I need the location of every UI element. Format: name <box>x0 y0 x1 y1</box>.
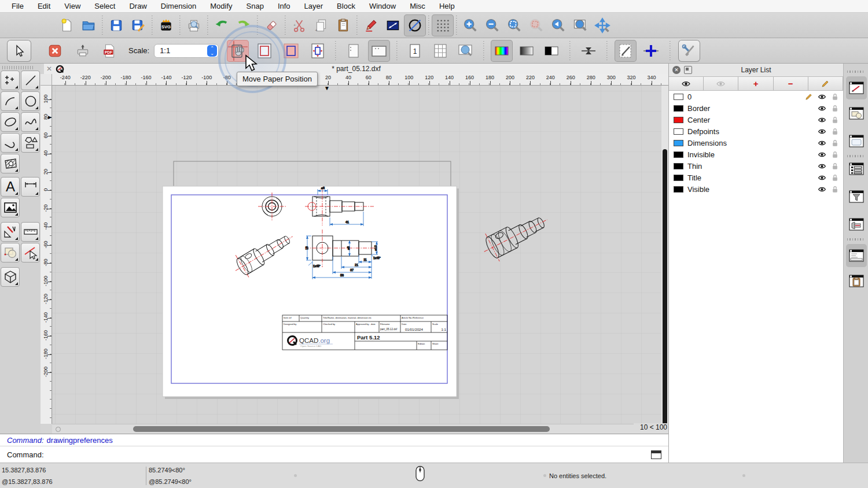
erase-button[interactable] <box>260 14 282 36</box>
zoom-out-button[interactable] <box>481 14 503 36</box>
circle-tool-button[interactable] <box>21 91 40 111</box>
polyline-tool-button[interactable] <box>1 133 20 153</box>
spline-tool-button[interactable] <box>21 112 40 132</box>
panel-dock-icon[interactable] <box>684 66 692 74</box>
zoom-to-page-button[interactable] <box>455 40 477 62</box>
paper-borders-button[interactable] <box>253 40 275 62</box>
block-list-panel-button[interactable] <box>848 105 865 121</box>
show-all-layers-button[interactable] <box>669 77 704 90</box>
selection-filter-panel-button[interactable] <box>848 188 865 205</box>
paste-button[interactable] <box>332 14 354 36</box>
auto-zoom-button[interactable] <box>503 14 525 36</box>
palette-drag-handle[interactable] <box>2 66 35 69</box>
save-as-button[interactable] <box>127 14 149 36</box>
draw-pencil-button[interactable] <box>360 14 382 36</box>
add-layer-button[interactable]: + <box>738 77 773 90</box>
zoom-in-button[interactable] <box>459 14 481 36</box>
black-white-button[interactable] <box>540 40 562 62</box>
library-browser-panel-button[interactable] <box>848 273 865 289</box>
print-button[interactable] <box>72 40 94 62</box>
scale-combobox[interactable]: 1:1 ⌃⌄ <box>154 44 219 58</box>
origin-point-button[interactable] <box>640 40 662 62</box>
solid-tool-button[interactable] <box>1 267 20 287</box>
paper-fit-button[interactable] <box>307 40 329 62</box>
tab-title[interactable]: * part_05.12.dxf <box>44 65 668 73</box>
point-tool-button[interactable] <box>1 71 20 90</box>
layer-row[interactable]: Thin <box>669 160 843 172</box>
menu-help[interactable]: Help <box>432 0 462 13</box>
layer-visible-icon[interactable] <box>818 94 826 100</box>
layer-visible-icon[interactable] <box>818 175 826 181</box>
layer-row[interactable]: Center <box>669 114 843 125</box>
hscroll-thumb[interactable] <box>133 426 550 432</box>
modify-tool-button[interactable] <box>1 222 20 242</box>
menu-info[interactable]: Info <box>271 0 297 13</box>
command-panel-toggle-icon[interactable] <box>651 450 661 459</box>
open-file-button[interactable] <box>78 14 100 36</box>
layer-row[interactable]: Border <box>669 102 843 114</box>
drawing-preferences-button[interactable] <box>615 40 637 62</box>
layer-lock-icon[interactable] <box>832 162 838 170</box>
menu-snap[interactable]: Snap <box>240 0 271 13</box>
menu-file[interactable]: File <box>5 0 31 13</box>
measure-tool-button[interactable] <box>21 222 40 242</box>
layer-visible-icon[interactable] <box>818 128 826 135</box>
layer-visible-icon[interactable] <box>818 186 826 193</box>
layer-lock-icon[interactable] <box>832 186 838 193</box>
menu-block[interactable]: Block <box>330 0 362 13</box>
layer-row[interactable]: Title <box>669 172 843 183</box>
new-file-button[interactable] <box>56 14 78 36</box>
shape-tool-button[interactable] <box>21 133 40 153</box>
layer-visible-icon[interactable] <box>818 105 826 112</box>
vertical-scrollbar[interactable] <box>661 86 668 424</box>
full-color-button[interactable] <box>491 40 513 62</box>
text-tool-button[interactable]: A <box>1 177 20 197</box>
ellipse-tool-button[interactable] <box>1 112 20 132</box>
layer-lock-icon[interactable] <box>832 151 838 158</box>
command-line-panel-button[interactable] <box>846 244 867 267</box>
selection-tool-button[interactable] <box>21 243 40 263</box>
svg-export-button[interactable]: SVG <box>155 14 177 36</box>
multi-page-button[interactable] <box>429 40 451 62</box>
layer-visible-icon[interactable] <box>818 163 826 169</box>
stepper-icon[interactable]: ⌃⌄ <box>207 45 217 57</box>
layer-lock-icon[interactable] <box>832 116 838 124</box>
layer-lock-icon[interactable] <box>832 174 838 182</box>
layer-row[interactable]: Dimensions <box>669 137 843 149</box>
drawing-canvas[interactable]: ⌀8 41 <box>52 86 661 424</box>
paper-margins-button[interactable] <box>280 40 302 62</box>
viewports-panel-button[interactable] <box>848 133 865 149</box>
menu-view[interactable]: View <box>57 0 87 13</box>
layer-visible-icon[interactable] <box>818 117 826 123</box>
pointer-tool-button[interactable] <box>7 40 31 62</box>
image-tool-button[interactable] <box>1 198 20 217</box>
layer-row[interactable]: Defpoints <box>669 125 843 137</box>
edit-layer-button[interactable] <box>808 77 843 90</box>
hide-all-layers-button[interactable] <box>704 77 738 90</box>
dimension-tool-button[interactable] <box>21 177 40 197</box>
layer-visible-icon[interactable] <box>818 151 826 158</box>
landscape-button[interactable] <box>368 40 390 62</box>
layer-lock-icon[interactable] <box>832 93 838 101</box>
copy-button[interactable]: + <box>310 14 332 36</box>
menu-dimension[interactable]: Dimension <box>154 0 203 13</box>
block-tool-button[interactable] <box>1 243 20 263</box>
menu-modify[interactable]: Modify <box>203 0 239 13</box>
circle-slash-button[interactable] <box>404 14 426 36</box>
remove-layer-button[interactable]: − <box>774 77 808 90</box>
close-print-preview-button[interactable] <box>44 40 66 62</box>
pan-zoom-button[interactable] <box>591 14 613 36</box>
print-preview-button[interactable] <box>183 14 205 36</box>
layer-row[interactable]: Visible <box>669 183 843 195</box>
layer-row[interactable]: Invisible <box>669 149 843 160</box>
zoom-window-button[interactable] <box>569 14 591 36</box>
grayscale-button[interactable] <box>516 40 538 62</box>
undo-button[interactable] <box>211 14 233 36</box>
previous-view-button[interactable] <box>547 14 569 36</box>
menu-edit[interactable]: Edit <box>31 0 57 13</box>
save-button[interactable] <box>105 14 127 36</box>
layer-visible-icon[interactable] <box>818 140 826 146</box>
projection-panel-button[interactable] <box>848 216 865 232</box>
portrait-button[interactable] <box>343 40 365 62</box>
menu-draw[interactable]: Draw <box>122 0 153 13</box>
